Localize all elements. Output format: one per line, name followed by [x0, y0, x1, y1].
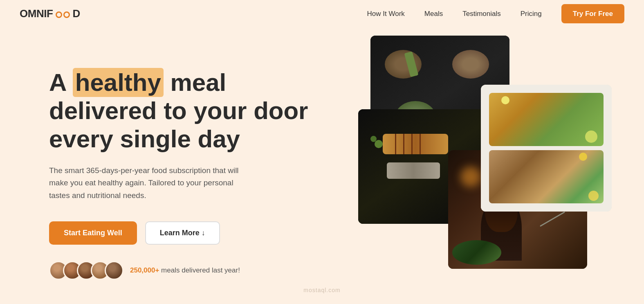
logo-circle-left [56, 11, 62, 18]
hero-section: A healthy meal delivered to your door ev… [0, 27, 644, 297]
stats-number: 250,000+ [130, 266, 159, 274]
avatar-5 [105, 261, 123, 280]
nav-link-meals[interactable]: Meals [424, 10, 443, 18]
nav-cta-button[interactable]: Try For Free [561, 4, 624, 23]
navbar: OMNIF D How It Work Meals Testimonials P… [0, 0, 644, 27]
hero-stats: 250,000+ meals delivered last year! [49, 261, 358, 280]
watermark: mostaql.com [303, 287, 340, 293]
nav-link-pricing[interactable]: Pricing [521, 10, 542, 18]
nav-link-how-it-work[interactable]: How It Work [367, 10, 405, 18]
nav-link-testimonials[interactable]: Testimonials [462, 10, 501, 18]
start-eating-well-button[interactable]: Start Eating Well [49, 221, 137, 245]
nav-item-how-it-work[interactable]: How It Work [367, 10, 405, 18]
hero-images [358, 36, 611, 281]
hero-title-highlight: healthy [73, 68, 164, 97]
hero-buttons: Start Eating Well Learn More ↓ [49, 221, 358, 245]
stats-label: meals delivered last year! [159, 266, 240, 274]
stats-text: 250,000+ meals delivered last year! [130, 266, 240, 275]
hero-subtitle: The smart 365-days-per-year food subscri… [49, 164, 245, 202]
avatar-group [49, 261, 123, 280]
logo: OMNIF D [20, 7, 80, 20]
food-image-4 [481, 85, 612, 212]
nav-item-meals[interactable]: Meals [424, 10, 443, 18]
hero-title: A healthy meal delivered to your door ev… [49, 68, 358, 153]
nav-item-cta[interactable]: Try For Free [561, 10, 624, 18]
nav-item-pricing[interactable]: Pricing [521, 10, 542, 18]
nav-links: How It Work Meals Testimonials Pricing T… [367, 10, 624, 18]
nav-item-testimonials[interactable]: Testimonials [462, 10, 501, 18]
learn-more-button[interactable]: Learn More ↓ [145, 221, 220, 245]
hero-text-block: A healthy meal delivered to your door ev… [49, 44, 358, 280]
logo-circle-right [63, 11, 70, 18]
